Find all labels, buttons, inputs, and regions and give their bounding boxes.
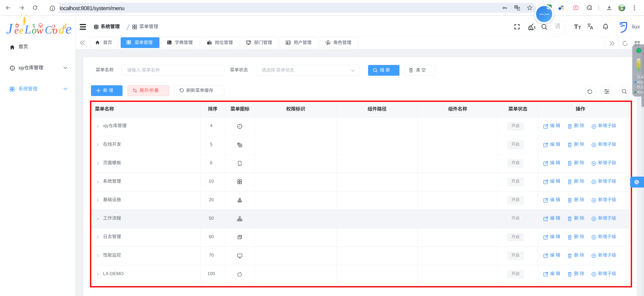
svg-text:A: A [168,41,169,43]
svg-text:z: z [170,42,170,44]
svg-text:G: G [515,6,517,8]
